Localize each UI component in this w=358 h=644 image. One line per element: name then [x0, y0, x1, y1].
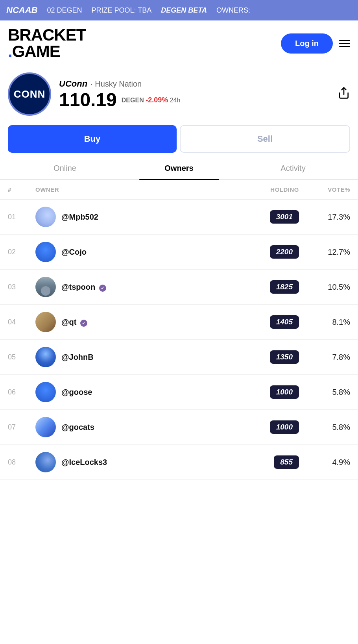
- logo-dot: .: [8, 42, 12, 61]
- owner-cell: @qt ✓: [35, 312, 236, 332]
- vote-03: 10.5%: [299, 283, 350, 292]
- holding-04: 1405: [236, 315, 299, 329]
- owner-cell: @Mpb502: [35, 207, 236, 227]
- rank-07: 07: [8, 423, 35, 431]
- team-section: CONN UConn · Husky Nation 110.19 DEGEN -…: [0, 66, 358, 120]
- tab-online[interactable]: Online: [8, 157, 122, 179]
- table-row[interactable]: 05 @JohnB 1350 7.8%: [0, 340, 358, 375]
- holding-05: 1350: [236, 350, 299, 364]
- table-row[interactable]: 08 @IceLocks3 855 4.9%: [0, 445, 358, 480]
- table-row[interactable]: 02 @Cojo 2200 12.7%: [0, 235, 358, 270]
- table-row[interactable]: 03 @tspoon ✓ 1825 10.5%: [0, 270, 358, 305]
- owner-name-goose: @goose: [61, 388, 92, 397]
- share-icon[interactable]: [338, 87, 350, 102]
- price-period: 24h: [170, 97, 181, 104]
- avatar-cojo: [35, 242, 56, 262]
- price-value: 110.19: [59, 91, 117, 109]
- rank-02: 02: [8, 248, 35, 256]
- price-change: -2.09%: [146, 96, 168, 104]
- holding-06: 1000: [236, 385, 299, 399]
- team-name: UConn: [59, 79, 87, 89]
- vote-04: 8.1%: [299, 318, 350, 327]
- ticker-ncaab: NCAAB: [6, 5, 37, 15]
- hamburger-line3: [339, 46, 350, 47]
- owner-name-icelocks3: @IceLocks3: [61, 458, 107, 467]
- owner-cell: @tspoon ✓: [35, 277, 236, 297]
- login-button[interactable]: Log in: [281, 33, 333, 54]
- rank-03: 03: [8, 283, 35, 291]
- header-rank: #: [8, 186, 35, 193]
- menu-icon[interactable]: [339, 40, 350, 47]
- holding-03: 1825: [236, 280, 299, 294]
- action-buttons: Buy Sell: [0, 120, 358, 157]
- avatar-goose: [35, 382, 56, 402]
- owner-name-qt: @qt ✓: [61, 318, 87, 327]
- rank-01: 01: [8, 213, 35, 221]
- rank-05: 05: [8, 353, 35, 361]
- verified-icon-tspoon: ✓: [99, 285, 106, 292]
- avatar-johnb: [35, 347, 56, 367]
- avatar-qt: [35, 312, 56, 332]
- price-type: DEGEN: [122, 97, 144, 104]
- table-row[interactable]: 01 @Mpb502 3001 17.3%: [0, 200, 358, 235]
- price-type-row: DEGEN -2.09% 24h: [122, 96, 181, 104]
- vote-06: 5.8%: [299, 388, 350, 397]
- verified-icon-qt: ✓: [80, 320, 87, 327]
- sell-button[interactable]: Sell: [180, 125, 350, 153]
- buy-button[interactable]: Buy: [8, 125, 177, 153]
- rank-04: 04: [8, 318, 35, 326]
- header-owner: OWNER: [35, 186, 236, 193]
- team-info: UConn · Husky Nation 110.19 DEGEN -2.09%…: [59, 79, 330, 109]
- owner-name-tspoon: @tspoon ✓: [61, 283, 106, 292]
- table-row[interactable]: 04 @qt ✓ 1405 8.1%: [0, 305, 358, 340]
- ticker-bar: NCAAB 02 DEGEN PRIZE POOL: TBA DEGEN BET…: [0, 0, 358, 20]
- holding-02: 2200: [236, 245, 299, 259]
- owner-name-gocats: @gocats: [61, 423, 94, 432]
- vote-02: 12.7%: [299, 248, 350, 257]
- table-row[interactable]: 06 @goose 1000 5.8%: [0, 375, 358, 410]
- owner-name-cojo: @Cojo: [61, 248, 87, 257]
- owner-cell: @JohnB: [35, 347, 236, 367]
- hamburger-line1: [339, 40, 350, 41]
- avatar-gocats: [35, 417, 56, 437]
- tabs: Online Owners Activity: [0, 157, 358, 180]
- ticker-degen-beta: DEGEN BETA: [161, 6, 207, 15]
- team-name-row: UConn · Husky Nation: [59, 79, 330, 89]
- price-meta: DEGEN -2.09% 24h: [122, 96, 181, 104]
- tab-owners[interactable]: Owners: [122, 157, 236, 179]
- logo-text: BRACKET.GAME: [8, 27, 86, 60]
- hamburger-line2: [339, 43, 350, 44]
- vote-01: 17.3%: [299, 213, 350, 222]
- ticker-item1: 02 DEGEN: [47, 6, 82, 15]
- table-header: # OWNER HOLDING VOTE%: [0, 180, 358, 200]
- vote-05: 7.8%: [299, 353, 350, 362]
- holding-07: 1000: [236, 420, 299, 434]
- owner-cell: @goose: [35, 382, 236, 402]
- tab-activity[interactable]: Activity: [236, 157, 350, 179]
- vote-08: 4.9%: [299, 458, 350, 467]
- holding-01: 3001: [236, 210, 299, 224]
- avatar-icelocks3: [35, 452, 56, 472]
- holding-08: 855: [236, 455, 299, 469]
- owners-table: # OWNER HOLDING VOTE% 01 @Mpb502 3001 17…: [0, 180, 358, 480]
- owner-cell: @gocats: [35, 417, 236, 437]
- rank-08: 08: [8, 458, 35, 466]
- header: BRACKET.GAME Log in: [0, 20, 358, 66]
- ticker-owners: OWNERS:: [216, 6, 250, 15]
- owner-name-mpb502: @Mpb502: [61, 213, 98, 222]
- price-row: 110.19 DEGEN -2.09% 24h: [59, 91, 330, 109]
- owner-cell: @Cojo: [35, 242, 236, 262]
- vote-07: 5.8%: [299, 423, 350, 432]
- logo[interactable]: BRACKET.GAME: [8, 27, 86, 60]
- avatar-mpb502: [35, 207, 56, 227]
- table-row[interactable]: 07 @gocats 1000 5.8%: [0, 410, 358, 445]
- owner-cell: @IceLocks3: [35, 452, 236, 472]
- avatar-tspoon: [35, 277, 56, 297]
- team-subtitle: · Husky Nation: [90, 80, 142, 89]
- ticker-prize: PRIZE POOL: TBA: [92, 6, 152, 15]
- team-logo: CONN: [8, 72, 51, 116]
- header-holding: HOLDING: [236, 186, 299, 193]
- header-vote: VOTE%: [299, 186, 350, 193]
- owner-name-johnb: @JohnB: [61, 353, 94, 362]
- rank-06: 06: [8, 388, 35, 396]
